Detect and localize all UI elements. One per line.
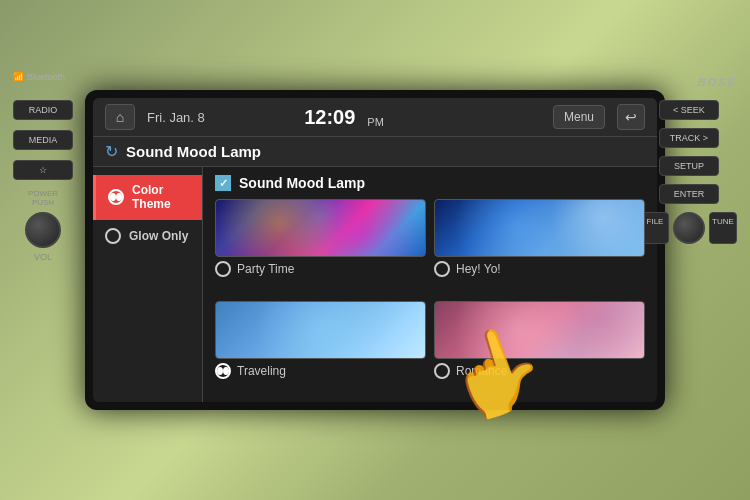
radio-button[interactable]: RADIO (13, 100, 73, 120)
radio-party-time (215, 261, 231, 277)
track-button[interactable]: TRACK > (659, 128, 719, 148)
left-controls: 📶 Bluetooth RADIO MEDIA ☆ POWER PUSH VOL (13, 100, 73, 262)
mood-thumb-party-time (215, 199, 426, 257)
vol-label: VOL (34, 252, 52, 262)
main-screen: ⌂ Fri. Jan. 8 12:09 PM Menu ↩ ↻ Sound Mo… (93, 98, 657, 402)
page-title: Sound Mood Lamp (126, 143, 261, 160)
car-background: 📶 Bluetooth RADIO MEDIA ☆ POWER PUSH VOL… (0, 0, 750, 500)
tune-knob[interactable] (673, 212, 705, 244)
hey-yo-label: Hey! Yo! (456, 262, 501, 276)
right-controls: BOSE < SEEK TRACK > SETUP ENTER FILE TUN… (641, 100, 737, 244)
home-button[interactable]: ⌂ (105, 104, 135, 130)
mood-label-row-hey: Hey! Yo! (434, 261, 645, 277)
sound-icon: ↻ (105, 142, 118, 161)
checkbox-sound-mood[interactable]: ✓ (215, 175, 231, 191)
seek-button[interactable]: < SEEK (659, 100, 719, 120)
glow-only-label: Glow Only (129, 229, 188, 243)
color-theme-label: ColorTheme (132, 183, 171, 212)
mood-item-traveling[interactable]: Traveling (215, 301, 426, 395)
mood-thumb-hey-yo (434, 199, 645, 257)
sidebar: ColorTheme Glow Only (93, 167, 203, 402)
mood-label-row-traveling: Traveling (215, 363, 426, 379)
right-panel: ✓ Sound Mood Lamp Party Time (203, 167, 657, 402)
screen-bezel: 📶 Bluetooth RADIO MEDIA ☆ POWER PUSH VOL… (85, 90, 665, 410)
radio-glow-only (105, 228, 121, 244)
mood-label-row-party: Party Time (215, 261, 426, 277)
file-button[interactable]: FILE (641, 212, 669, 244)
enter-button[interactable]: ENTER (659, 184, 719, 204)
tune-button[interactable]: TUNE (709, 212, 737, 244)
mood-item-hey-yo[interactable]: Hey! Yo! (434, 199, 645, 293)
header-ampm: PM (367, 116, 384, 128)
header-date: Fri. Jan. 8 (147, 110, 292, 125)
mood-item-party-time[interactable]: Party Time (215, 199, 426, 293)
star-button[interactable]: ☆ (13, 160, 73, 180)
power-label: POWER PUSH (28, 190, 58, 208)
media-button[interactable]: MEDIA (13, 130, 73, 150)
mood-grid: Party Time Hey! Yo! (215, 199, 645, 394)
header-time: 12:09 (304, 106, 355, 129)
mood-thumb-romance (434, 301, 645, 359)
header-bar: ⌂ Fri. Jan. 8 12:09 PM Menu ↩ (93, 98, 657, 137)
traveling-label: Traveling (237, 364, 286, 378)
panel-title-row: ✓ Sound Mood Lamp (215, 175, 645, 191)
radio-romance (434, 363, 450, 379)
party-time-label: Party Time (237, 262, 294, 276)
radio-traveling (215, 363, 231, 379)
mood-label-row-romance: Romance (434, 363, 645, 379)
bluetooth-label: 📶 Bluetooth (13, 72, 65, 82)
radio-color-theme (108, 189, 124, 205)
sidebar-item-glow-only[interactable]: Glow Only (93, 220, 202, 252)
vol-knob[interactable] (25, 212, 61, 248)
bose-logo: BOSE (698, 76, 737, 88)
title-bar: ↻ Sound Mood Lamp (93, 137, 657, 167)
radio-hey-yo (434, 261, 450, 277)
panel-title: Sound Mood Lamp (239, 175, 365, 191)
menu-button[interactable]: Menu (553, 105, 605, 129)
setup-button[interactable]: SETUP (659, 156, 719, 176)
sidebar-item-color-theme[interactable]: ColorTheme (93, 175, 202, 220)
mood-thumb-traveling (215, 301, 426, 359)
main-content: ColorTheme Glow Only ✓ Sound Mood Lamp (93, 167, 657, 402)
mood-item-romance[interactable]: Romance (434, 301, 645, 395)
romance-label: Romance (456, 364, 507, 378)
